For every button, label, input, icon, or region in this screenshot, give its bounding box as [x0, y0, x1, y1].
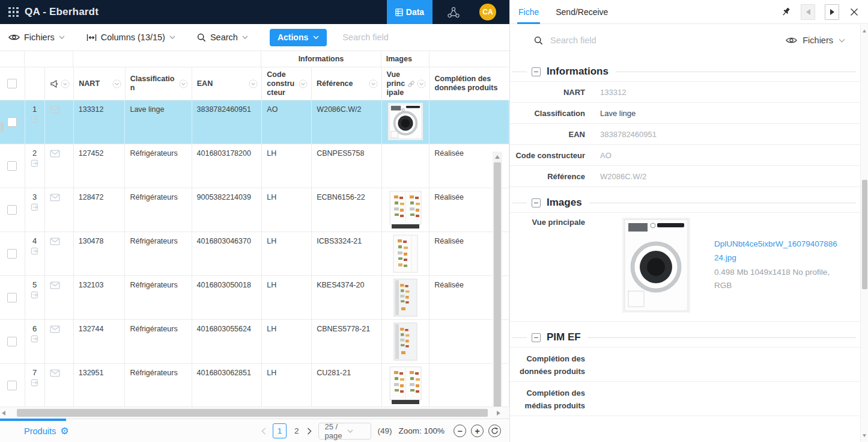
- open-record-icon[interactable]: [31, 335, 38, 343]
- fichiers-dropdown[interactable]: Fichiers: [8, 32, 65, 42]
- network-icon[interactable]: [432, 7, 475, 18]
- search-field-input[interactable]: [341, 32, 461, 43]
- envelope-icon[interactable]: [50, 281, 68, 289]
- app-launcher-icon[interactable]: [8, 7, 19, 17]
- cell-reference: CBNPES5758: [312, 144, 382, 188]
- filter-icon[interactable]: [112, 79, 121, 88]
- field-label: Complétion des données produits: [515, 352, 585, 378]
- table-horizontal-scrollbar[interactable]: [0, 407, 509, 419]
- tab-produits[interactable]: Produits ⚙: [24, 426, 69, 436]
- envelope-icon[interactable]: [50, 194, 68, 201]
- refresh-button[interactable]: [488, 425, 501, 437]
- tab-data[interactable]: Data: [387, 0, 432, 24]
- table-row[interactable]: 5132103Réfrigérateurs4016803050018LHKBES…: [0, 276, 509, 320]
- collapse-icon[interactable]: [532, 198, 541, 207]
- envelope-icon[interactable]: [50, 150, 68, 158]
- field-value[interactable]: 133312: [600, 88, 626, 97]
- scrollbar-thumb[interactable]: [862, 180, 867, 289]
- header-nart: NART: [74, 67, 126, 100]
- user-avatar[interactable]: CA: [479, 4, 496, 20]
- prev-page-button[interactable]: [261, 428, 266, 435]
- header-notifications: [45, 67, 74, 100]
- table-row[interactable]: 2127452Réfrigérateurs4016803178200LHCBNP…: [0, 144, 509, 188]
- panel-search-input[interactable]: [549, 35, 786, 46]
- panel-field-row: EAN3838782460951: [510, 124, 861, 145]
- cell-product-thumbnail[interactable]: [382, 100, 429, 144]
- tab-send-receive[interactable]: Send/Receive: [547, 0, 616, 24]
- pin-icon[interactable]: [781, 7, 791, 17]
- row-checkbox[interactable]: [7, 249, 17, 259]
- actions-button[interactable]: Actions: [270, 29, 327, 46]
- page-button-1[interactable]: 1: [273, 423, 287, 438]
- table-row[interactable]: 6132744Réfrigérateurs4016803055624LHCBNE…: [0, 320, 509, 364]
- zoom-in-button[interactable]: +: [471, 425, 484, 437]
- cell-product-thumbnail[interactable]: [382, 188, 429, 232]
- cell-product-thumbnail[interactable]: [382, 144, 429, 188]
- table-row[interactable]: 7132951Réfrigérateurs4016803062851LHCU28…: [0, 364, 509, 407]
- open-record-icon[interactable]: [31, 115, 38, 123]
- page-size-select[interactable]: 25 / page: [318, 423, 371, 440]
- panel-fichiers-dropdown[interactable]: Fichiers: [786, 35, 845, 45]
- row-checkbox[interactable]: [7, 117, 17, 127]
- scroll-right-arrow[interactable]: [497, 411, 500, 416]
- filter-icon[interactable]: [249, 79, 258, 88]
- envelope-icon[interactable]: [50, 369, 68, 377]
- field-value[interactable]: AO: [600, 151, 612, 160]
- cell-product-thumbnail[interactable]: [382, 320, 429, 363]
- prev-record-button[interactable]: [801, 4, 815, 20]
- scroll-left-arrow[interactable]: [2, 411, 5, 416]
- select-all-checkbox[interactable]: [7, 79, 17, 88]
- gear-icon[interactable]: ⚙: [60, 426, 68, 436]
- filter-icon[interactable]: [61, 79, 70, 88]
- envelope-icon[interactable]: [50, 106, 68, 114]
- row-checkbox[interactable]: [7, 161, 17, 171]
- row-checkbox[interactable]: [7, 337, 17, 346]
- columns-dropdown[interactable]: Columns (13/15): [86, 32, 175, 42]
- collapse-icon[interactable]: [532, 67, 541, 76]
- open-record-icon[interactable]: [31, 159, 38, 167]
- envelope-icon[interactable]: [50, 325, 68, 333]
- filter-icon[interactable]: [179, 79, 188, 88]
- cell-code-constructeur: LH: [262, 232, 312, 275]
- close-icon[interactable]: [850, 8, 858, 16]
- row-checkbox[interactable]: [7, 381, 17, 390]
- row-checkbox[interactable]: [7, 205, 17, 215]
- product-image-preview[interactable]: [622, 218, 690, 313]
- envelope-icon[interactable]: [50, 238, 68, 245]
- scroll-up-arrow[interactable]: [863, 29, 866, 32]
- table-row[interactable]: 1133312Lave linge3838782460951AOW2086C.W…: [0, 100, 509, 144]
- open-record-icon[interactable]: [31, 203, 38, 211]
- open-record-icon[interactable]: [31, 247, 38, 255]
- image-file-link[interactable]: DplUNbt4ce5ixbrW_1607940788624.jpg: [714, 237, 839, 265]
- scrollbar-thumb[interactable]: [17, 409, 488, 417]
- row-checkbox[interactable]: [7, 293, 17, 302]
- cell-code-constructeur: LH: [262, 188, 312, 232]
- filter-icon[interactable]: [369, 79, 378, 88]
- cell-product-thumbnail[interactable]: [382, 364, 429, 407]
- scrollbar-thumb[interactable]: [494, 162, 501, 407]
- field-value[interactable]: W2086C.W/2: [600, 172, 646, 181]
- panel-field-row: RéférenceW2086C.W/2: [510, 166, 861, 187]
- field-value[interactable]: 3838782460951: [600, 130, 657, 139]
- open-record-icon[interactable]: [31, 379, 38, 387]
- scroll-down-arrow[interactable]: [863, 434, 866, 437]
- zoom-out-button[interactable]: −: [454, 425, 466, 437]
- field-value[interactable]: Lave linge: [600, 109, 636, 118]
- open-record-icon[interactable]: [31, 291, 38, 299]
- scroll-up-arrow[interactable]: [495, 155, 500, 159]
- tab-fiche[interactable]: Fiche: [510, 0, 547, 24]
- table-row[interactable]: 3128472Réfrigérateurs9005382214039LHECBN…: [0, 188, 509, 232]
- panel-vertical-scrollbar[interactable]: [860, 25, 868, 442]
- cell-product-thumbnail[interactable]: [382, 232, 429, 275]
- filter-icon[interactable]: [417, 79, 426, 88]
- table-row[interactable]: 4130478Réfrigérateurs4016803046370LHICBS…: [0, 232, 509, 276]
- table-vertical-scrollbar[interactable]: [493, 152, 502, 407]
- collapse-icon[interactable]: [532, 333, 541, 342]
- frozen-column-scrollbar[interactable]: [1, 122, 4, 132]
- next-page-button[interactable]: [307, 428, 312, 435]
- page-button-2[interactable]: 2: [293, 426, 300, 435]
- search-dropdown[interactable]: Search: [197, 32, 248, 42]
- cell-product-thumbnail[interactable]: [382, 276, 429, 319]
- filter-icon[interactable]: [299, 79, 308, 88]
- next-record-button[interactable]: [825, 4, 839, 20]
